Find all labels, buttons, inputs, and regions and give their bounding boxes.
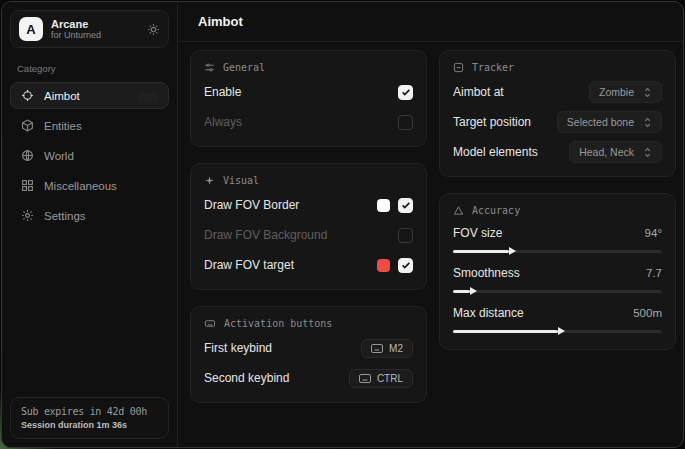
slider-value: 7.7 [646,267,662,279]
category-label: Category [17,63,162,74]
enable-checkbox[interactable] [398,85,413,100]
scan-icon [453,62,464,73]
select-value: Selected bone [567,116,634,128]
keybind-hint-badge [138,93,158,102]
slider-label: FOV size [453,226,502,240]
sidebar-item-miscellaneous[interactable]: Miscellaneous [10,172,169,199]
toggle-label: Draw FOV Background [204,228,327,242]
model-elements-select[interactable]: Head, Neck [569,141,662,163]
sliders-icon [204,62,215,73]
sidebar-item-settings[interactable]: Settings [10,202,169,229]
right-column: Tracker Aimbot at Zombie Target position [439,50,676,350]
toggle-label: Draw FOV target [204,258,294,272]
app-window: A Arcane for Unturned Category Aimbot [1,1,684,448]
color-swatch[interactable] [377,259,390,272]
sidebar-item-label: Entities [44,120,82,132]
toggle-label: Draw FOV Border [204,198,299,212]
session-duration-text: Session duration 1m 36s [21,420,158,430]
fov-background-checkbox[interactable] [398,228,413,243]
main-panel: Aimbot General Enable [178,2,683,447]
fov-border-checkbox[interactable] [398,198,413,213]
toggle-label: Enable [204,85,241,99]
grid-icon [21,179,34,192]
brand-logo: A [19,17,43,41]
slider-fill[interactable] [453,330,558,333]
crosshair-icon [21,89,34,102]
section-title: General [223,62,265,73]
chevron-up-down-icon [643,117,652,128]
sparkle-icon [204,175,215,186]
page-title: Aimbot [198,14,243,29]
keybind-value: M2 [389,343,403,354]
globe-icon [21,149,34,162]
smoothness-slider[interactable] [453,286,662,296]
section-title: Activation buttons [224,318,332,329]
sidebar-item-world[interactable]: World [10,142,169,169]
keybind-label: First keybind [204,341,272,355]
aimbot-at-select[interactable]: Zombie [589,81,662,103]
triangle-icon [453,205,464,216]
accuracy-card: Accuracy FOV size 94° [439,193,676,350]
gear-icon[interactable] [147,23,160,36]
keyboard-icon [359,374,371,383]
slider-fill[interactable] [453,250,509,253]
max-distance-slider[interactable] [453,326,662,336]
brand-name: Arcane [51,18,101,31]
activation-card: Activation buttons First keybind M2 Seco… [190,306,427,403]
sidebar-item-label: Settings [44,210,86,222]
sidebar-item-label: World [44,150,74,162]
sidebar: A Arcane for Unturned Category Aimbot [2,2,178,447]
brand-card: A Arcane for Unturned [10,10,169,48]
sidebar-item-aimbot[interactable]: Aimbot [10,82,169,109]
slider-value: 94° [645,227,662,239]
settings-gear-icon [21,209,34,222]
section-title: Accuracy [472,205,520,216]
tracker-card: Tracker Aimbot at Zombie Target position [439,50,676,177]
chevron-up-down-icon [643,87,652,98]
keybind-value: CTRL [377,373,403,384]
chevron-up-down-icon [643,147,652,158]
visual-card: Visual Draw FOV Border Draw FOV Backgrou… [190,163,427,290]
slider-fill[interactable] [453,290,470,293]
sidebar-item-entities[interactable]: Entities [10,112,169,139]
keyboard-icon [371,344,383,353]
sidebar-item-label: Miscellaneous [44,180,117,192]
page-header: Aimbot [178,2,683,42]
cube-icon [21,119,34,132]
slider-value: 500m [633,307,662,319]
fov-target-checkbox[interactable] [398,258,413,273]
toggle-label: Always [204,115,242,129]
keyboard-icon [204,318,216,329]
sub-expiry-text: Sub expires in 42d 00h [21,406,158,417]
slider-label: Smoothness [453,266,520,280]
fov-size-slider[interactable] [453,246,662,256]
target-position-select[interactable]: Selected bone [557,111,662,133]
always-checkbox[interactable] [398,115,413,130]
sidebar-item-label: Aimbot [44,90,80,102]
left-column: General Enable Always [190,50,427,403]
keybind-label: Second keybind [204,371,289,385]
general-card: General Enable Always [190,50,427,147]
sidebar-nav: Aimbot Entities World Miscellaneous [10,82,169,229]
select-value: Head, Neck [579,146,634,158]
select-label: Aimbot at [453,85,504,99]
subscription-footer: Sub expires in 42d 00h Session duration … [10,397,169,439]
select-label: Target position [453,115,531,129]
color-swatch[interactable] [377,199,390,212]
second-keybind-button[interactable]: CTRL [349,369,413,388]
slider-label: Max distance [453,306,524,320]
select-label: Model elements [453,145,538,159]
brand-subtitle: for Unturned [51,30,101,40]
select-value: Zombie [599,86,634,98]
section-title: Tracker [472,62,514,73]
first-keybind-button[interactable]: M2 [361,339,413,358]
section-title: Visual [223,175,259,186]
